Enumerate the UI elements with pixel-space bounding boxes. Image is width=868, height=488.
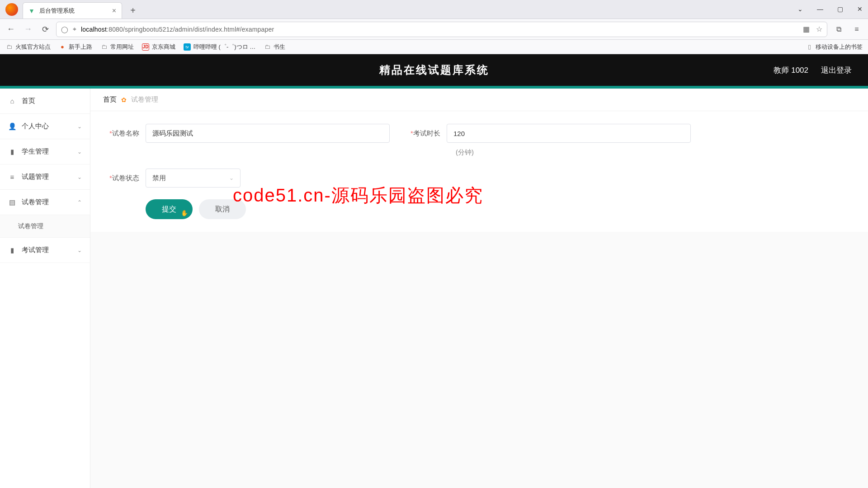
extensions-icon[interactable]: ⧉ [832,23,845,36]
bookmark-item[interactable]: tv哔哩哔哩 (゜-゜)つロ … [184,43,255,51]
main-content: 首页 ✿ 试卷管理 试卷名称 考试时长 (分钟) [90,89,868,488]
mobile-bookmarks[interactable]: ▯移动设备上的书签 [806,43,863,51]
lock-icon: ⌖ [73,25,76,33]
new-tab-button[interactable]: + [127,4,139,17]
tabs-dropdown-icon[interactable]: ⌄ [796,5,805,13]
vue-favicon-icon: ▼ [28,7,35,14]
app-header: 精品在线试题库系统 教师 1002 退出登录 [0,54,868,86]
app-title: 精品在线试题库系统 [379,63,489,77]
nav-toolbar: ← → ⟳ ◯ ⌖ localhost:8080/springbootu521z… [0,19,868,40]
input-duration[interactable] [447,124,691,143]
sidebar-item-label: 试卷管理 [22,198,49,206]
forward-button[interactable]: → [22,23,34,36]
tab-close-icon[interactable]: × [112,7,116,15]
address-bar[interactable]: ◯ ⌖ localhost:8080/springbootu521z/admin… [56,22,827,37]
chevron-up-icon: ⌃ [77,199,82,206]
sidebar-sub-paper-manage[interactable]: 试卷管理 [0,215,90,238]
back-button[interactable]: ← [5,23,17,36]
logout-link[interactable]: 退出登录 [821,65,852,75]
user-icon: 👤 [8,122,16,131]
home-icon: ⌂ [8,97,16,105]
list-icon: ▮ [8,246,16,254]
chevron-down-icon: ⌄ [229,175,234,181]
firefox-brand-icon [5,3,18,16]
folder-icon: 🗀 [264,43,271,51]
submit-button[interactable]: 提交 ✋ [146,199,193,219]
duration-hint: (分钟) [447,148,474,157]
maximize-button[interactable]: ▢ [835,5,844,13]
list-icon: ▮ [8,148,16,156]
sidebar-item-papers[interactable]: ▤ 试卷管理 ⌃ [0,190,90,215]
sidebar-item-students[interactable]: ▮ 学生管理 ⌄ [0,139,90,164]
browser-chrome: ▼ 后台管理系统 × + ⌄ — ▢ ✕ ← → ⟳ ◯ ⌖ localhost… [0,0,868,54]
close-window-button[interactable]: ✕ [855,5,864,13]
bookmarks-bar: 🗀火狐官方站点 ●新手上路 🗀常用网址 JD京东商城 tv哔哩哔哩 (゜-゜)つ… [0,40,868,54]
chevron-down-icon: ⌄ [77,247,82,253]
cancel-button[interactable]: 取消 [199,199,246,219]
sidebar-item-exams[interactable]: ▮ 考试管理 ⌄ [0,238,90,263]
breadcrumb-sep-icon: ✿ [121,96,127,103]
sidebar-item-label: 个人中心 [22,122,49,131]
label-duration: 考试时长 [408,129,447,138]
tab-strip: ▼ 后台管理系统 × + ⌄ — ▢ ✕ [0,0,868,19]
sidebar-item-label: 试题管理 [22,173,49,181]
bookmark-item[interactable]: 🗀火狐官方站点 [5,43,51,51]
shield-icon: ◯ [61,26,68,33]
label-status: 试卷状态 [107,174,146,183]
folder-icon: 🗀 [100,43,108,51]
minimize-button[interactable]: — [816,5,825,13]
select-status-value: 禁用 [152,174,166,183]
bookmark-star-icon[interactable]: ☆ [816,25,822,33]
sidebar-item-label: 考试管理 [22,246,49,254]
url-text: localhost:8080/springbootu521z/admin/dis… [81,26,274,33]
grid-icon: ▤ [8,198,16,206]
sidebar-item-profile[interactable]: 👤 个人中心 ⌄ [0,114,90,139]
bookmark-item[interactable]: 🗀常用网址 [100,43,134,51]
tab-title: 后台管理系统 [39,7,75,15]
tab-active[interactable]: ▼ 后台管理系统 × [23,2,122,19]
bilibili-icon: tv [184,43,191,51]
chevron-down-icon: ⌄ [77,123,82,130]
breadcrumb: 首页 ✿ 试卷管理 [90,89,868,111]
breadcrumb-current: 试卷管理 [131,95,158,104]
window-controls: ⌄ — ▢ ✕ [796,0,868,19]
label-paper-name: 试卷名称 [107,129,146,138]
sidebar-sub-label: 试卷管理 [18,222,43,230]
sidebar-item-label: 首页 [22,97,35,105]
cursor-icon: ✋ [181,210,188,216]
sidebar: ⌂ 首页 👤 个人中心 ⌄ ▮ 学生管理 ⌄ ≡ 试题管理 ⌄ ▤ 试卷管理 ⌃… [0,89,90,488]
list-icon: ≡ [8,173,16,181]
sidebar-item-questions[interactable]: ≡ 试题管理 ⌄ [0,164,90,190]
chevron-down-icon: ⌄ [77,149,82,155]
sidebar-item-label: 学生管理 [22,147,49,156]
breadcrumb-home[interactable]: 首页 [103,95,117,104]
firefox-icon: ● [59,43,66,51]
sidebar-item-home[interactable]: ⌂ 首页 [0,89,90,114]
appmenu-icon[interactable]: ≡ [850,23,863,36]
bookmark-item[interactable]: 🗀书生 [264,43,285,51]
folder-icon: 🗀 [5,43,13,51]
bookmark-item[interactable]: JD京东商城 [142,43,175,51]
form-card: 试卷名称 考试时长 (分钟) 试卷状态 禁用 [90,111,868,232]
bookmark-item[interactable]: ●新手上路 [59,43,92,51]
reload-button[interactable]: ⟳ [39,23,52,36]
input-paper-name[interactable] [146,124,390,143]
qr-icon[interactable]: ▦ [803,25,810,33]
user-label[interactable]: 教师 1002 [774,65,808,75]
jd-icon: JD [142,43,149,51]
mobile-icon: ▯ [806,43,813,51]
select-status[interactable]: 禁用 ⌄ [146,169,241,188]
chevron-down-icon: ⌄ [77,174,82,180]
